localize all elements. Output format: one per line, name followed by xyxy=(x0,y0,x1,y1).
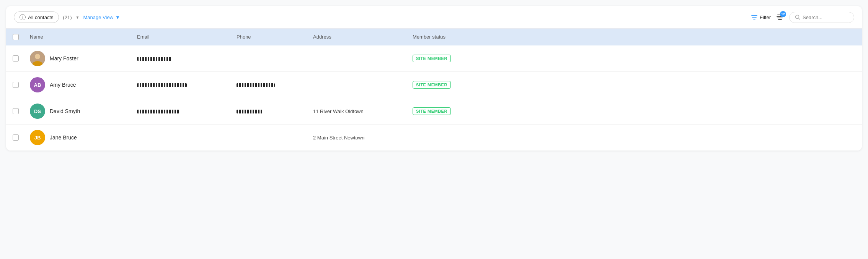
row-checkbox-col xyxy=(6,108,25,114)
avatar: AB xyxy=(30,77,45,92)
row-status-col: SITE MEMBER xyxy=(408,55,485,62)
member-status-badge: SITE MEMBER xyxy=(413,107,451,115)
table-row: AB Amy Bruce SITE MEMBER xyxy=(6,72,862,98)
all-contacts-label: All contacts xyxy=(28,15,53,20)
email-blurred xyxy=(137,110,179,113)
columns-badge: 12 xyxy=(780,11,786,17)
row-checkbox-col xyxy=(6,134,25,141)
avatar: JB xyxy=(30,130,45,145)
toolbar-left: i All contacts (21) ▼ Manage View ▼ xyxy=(14,11,747,23)
row-phone-col xyxy=(232,82,308,88)
svg-line-5 xyxy=(799,18,800,20)
manage-view-label: Manage View xyxy=(83,15,114,20)
member-status-badge: SITE MEMBER xyxy=(413,55,451,62)
avatar-image xyxy=(30,51,45,66)
info-icon: i xyxy=(20,14,26,20)
row-status-col: SITE MEMBER xyxy=(408,107,485,115)
search-box[interactable] xyxy=(789,12,854,23)
email-blurred xyxy=(137,57,171,61)
contact-name: Jane Bruce xyxy=(50,134,77,141)
avatar: DS xyxy=(30,104,45,119)
row-checkbox[interactable] xyxy=(13,82,19,88)
row-address-col: 11 River Walk Oldtown xyxy=(308,108,408,114)
row-phone-col xyxy=(232,108,308,114)
filter-label: Filter xyxy=(760,15,771,20)
search-icon xyxy=(795,15,800,20)
table-row: Mary Foster SITE MEMBER xyxy=(6,45,862,72)
chevron-down-icon: ▼ xyxy=(115,15,120,20)
avatar xyxy=(30,51,45,66)
search-input[interactable] xyxy=(803,15,848,20)
row-name-col: DS David Smyth xyxy=(25,104,132,119)
toolbar: i All contacts (21) ▼ Manage View ▼ Filt… xyxy=(6,6,862,29)
row-status-col: SITE MEMBER xyxy=(408,81,485,89)
row-checkbox[interactable] xyxy=(13,134,19,141)
all-contacts-button[interactable]: i All contacts xyxy=(14,11,59,23)
table-row: JB Jane Bruce 2 Main Street Newtown xyxy=(6,125,862,151)
row-email-col xyxy=(132,108,232,114)
table-row: DS David Smyth 11 River Walk Oldtown SIT… xyxy=(6,98,862,125)
contact-name: Amy Bruce xyxy=(50,82,76,88)
phone-blurred xyxy=(237,83,275,87)
header-checkbox-col xyxy=(6,32,25,42)
svg-point-7 xyxy=(35,54,40,59)
row-checkbox-col xyxy=(6,82,25,88)
header-member-status: Member status xyxy=(408,32,485,42)
select-all-checkbox[interactable] xyxy=(13,34,19,40)
row-email-col xyxy=(132,82,232,88)
header-address: Address xyxy=(308,32,408,42)
header-email: Email xyxy=(132,32,232,42)
toolbar-right: Filter 12 xyxy=(751,12,854,23)
phone-blurred xyxy=(237,110,263,113)
row-name-col: AB Amy Bruce xyxy=(25,77,132,92)
row-checkbox-col xyxy=(6,55,25,62)
row-name-col: JB Jane Bruce xyxy=(25,130,132,145)
filter-button[interactable]: Filter xyxy=(751,14,771,20)
email-blurred xyxy=(137,83,187,87)
chevron-down-icon: ▼ xyxy=(76,15,80,19)
filter-icon xyxy=(751,14,757,20)
manage-view-button[interactable]: Manage View ▼ xyxy=(83,15,120,20)
header-name: Name xyxy=(25,32,132,42)
member-status-badge: SITE MEMBER xyxy=(413,81,451,89)
row-address-col: 2 Main Street Newtown xyxy=(308,135,408,141)
row-email-col xyxy=(132,56,232,62)
contact-name: David Smyth xyxy=(50,108,80,114)
contacts-container: i All contacts (21) ▼ Manage View ▼ Filt… xyxy=(6,6,862,151)
row-name-col: Mary Foster xyxy=(25,51,132,66)
contact-name: Mary Foster xyxy=(50,55,78,62)
contacts-count: (21) xyxy=(63,15,72,20)
header-phone: Phone xyxy=(232,32,308,42)
row-checkbox[interactable] xyxy=(13,55,19,62)
columns-button[interactable]: 12 xyxy=(776,13,784,21)
row-checkbox[interactable] xyxy=(13,108,19,114)
table-header: Name Email Phone Address Member status xyxy=(6,29,862,45)
